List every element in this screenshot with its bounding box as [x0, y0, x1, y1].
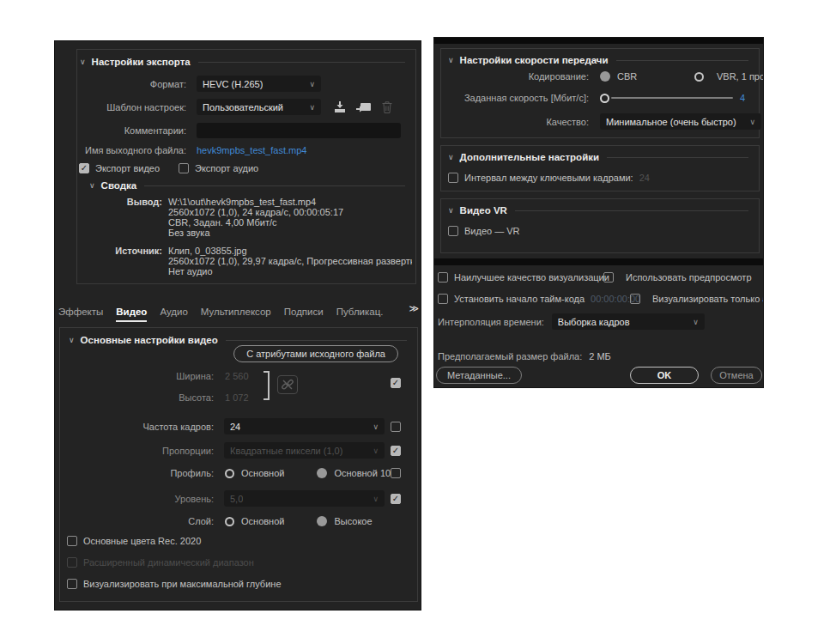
chevron-down-icon: ∨: [367, 495, 379, 503]
chevron-down-icon[interactable]: ∨: [448, 206, 454, 215]
tab-publish[interactable]: Публикац.: [336, 307, 384, 322]
encoding-label: Кодирование:: [441, 71, 589, 82]
summary-output-line: 2560x1072 (1,0), 24 кадра/с, 00:00:05:17: [168, 207, 343, 217]
comments-label: Комментарии:: [77, 125, 186, 136]
export-video-checkbox[interactable]: ✓: [79, 163, 89, 173]
quality-select[interactable]: Минимальное (очень быстро) ∨: [600, 113, 761, 130]
tab-audio[interactable]: Аудио: [160, 307, 187, 322]
max-depth-checkbox[interactable]: [67, 579, 77, 589]
export-audio-label: Экспорт аудио: [195, 163, 258, 173]
tab-video[interactable]: Видео: [116, 307, 147, 322]
check-icon: ✓: [392, 379, 399, 387]
tier-main-radio[interactable]: [225, 517, 234, 526]
level-checkbox[interactable]: ✓: [391, 494, 401, 504]
section-rule: [198, 62, 405, 63]
width-label: Ширина:: [60, 371, 214, 381]
max-depth-label: Визуализировать при максимальной глубине: [83, 579, 282, 589]
profile-main-radio[interactable]: [225, 469, 234, 478]
target-bitrate-slider[interactable]: [600, 94, 733, 103]
video-vr-checkbox[interactable]: [448, 226, 458, 236]
time-interpolation-select[interactable]: Выборка кадров ∨: [552, 313, 705, 330]
hdr-checkbox: [67, 557, 77, 568]
frame-rate-label: Частота кадров:: [60, 422, 214, 432]
preset-select[interactable]: Пользовательский ∨: [197, 99, 321, 115]
delete-preset-icon[interactable]: [382, 101, 392, 113]
level-select: 5,0 ∨: [224, 490, 385, 507]
set-start-timecode-checkbox[interactable]: [438, 294, 448, 304]
basic-video-settings-title: Основные настройки видео: [81, 335, 218, 345]
import-preset-icon[interactable]: [356, 101, 372, 112]
metadata-button[interactable]: Метаданные...: [436, 367, 522, 384]
aspect-checkbox[interactable]: ✓: [391, 446, 401, 456]
comments-input[interactable]: [197, 123, 401, 138]
profile-checkbox[interactable]: [391, 468, 401, 478]
export-settings-group: ∨ Настройки экспорта Формат: HEVC (H.265…: [76, 49, 416, 284]
chevron-down-icon[interactable]: ∨: [80, 58, 86, 66]
target-bitrate-label: Заданная скорость [Мбит/с]:: [441, 93, 589, 103]
summary-source-line: Нет аудио: [168, 266, 213, 276]
best-render-quality-label: Наилучшее качество визуализации: [454, 272, 609, 283]
slider-track[interactable]: [611, 97, 733, 99]
rec2020-checkbox[interactable]: [67, 536, 77, 546]
check-icon: ✓: [392, 447, 399, 455]
basic-video-settings-group: ∨ Основные настройки видео С атрибутами …: [59, 327, 418, 602]
summary-source-line: Клип, 0_03855.jpg: [168, 246, 247, 256]
export-audio-checkbox[interactable]: [179, 163, 189, 173]
dimensions-checkbox[interactable]: ✓: [391, 378, 401, 388]
keyframe-interval-checkbox[interactable]: [448, 173, 458, 183]
summary-source-label: Источник:: [77, 246, 162, 256]
frame-rate-select[interactable]: 24 ∨: [224, 418, 385, 434]
best-render-quality-checkbox[interactable]: [438, 272, 448, 283]
tab-overflow-icon[interactable]: ≫: [409, 303, 419, 314]
profile-main10-radio[interactable]: [317, 468, 327, 478]
save-preset-icon[interactable]: [333, 101, 347, 113]
chevron-down-icon[interactable]: ∨: [89, 181, 95, 190]
chevron-down-icon: ∨: [744, 118, 755, 126]
bitrate-settings-title: Настройки скорости передачи: [460, 55, 609, 65]
output-filename-link[interactable]: hevk9mpbs_test_fast.mp4: [197, 145, 306, 155]
preset-label: Шаблон настроек:: [77, 102, 186, 112]
use-previews-label: Использовать предпросмотр: [626, 272, 752, 283]
width-value: 2 560: [225, 371, 249, 381]
chevron-down-icon: ∨: [367, 447, 379, 455]
format-select[interactable]: HEVC (H.265) ∨: [197, 76, 321, 92]
cancel-button[interactable]: Отмена: [711, 367, 762, 384]
vr-settings-group: ∨ Видео VR Видео — VR: [440, 198, 760, 253]
summary-title: Сводка: [101, 180, 137, 191]
summary-output-line: CBR, Задан. 4,00 Мбит/с: [168, 217, 277, 228]
target-bitrate-value[interactable]: 4: [740, 93, 745, 103]
ok-button[interactable]: OK: [630, 367, 699, 384]
tier-high-label: Высокое: [334, 516, 372, 526]
format-value: HEVC (H.265): [203, 79, 263, 89]
chevron-down-icon[interactable]: ∨: [448, 153, 454, 161]
encoding-vbr-label: VBR, 1 проход: [717, 71, 764, 82]
tab-captions[interactable]: Подписи: [284, 307, 324, 322]
link-dimensions-icon[interactable]: [277, 375, 298, 394]
tier-high-radio[interactable]: [317, 516, 327, 526]
encoding-vbr-radio[interactable]: [694, 72, 704, 82]
hdr-label: Расширенный динамический диапазон: [83, 557, 254, 568]
chevron-down-icon: ∨: [367, 422, 379, 431]
keyframe-interval-label: Интервал между ключевыми кадрами:: [464, 173, 633, 183]
section-rule: [616, 60, 748, 61]
encoding-cbr-radio[interactable]: [600, 71, 610, 82]
bitrate-settings-group: ∨ Настройки скорости передачи Кодировани…: [440, 48, 760, 138]
footer-separator: [434, 258, 763, 265]
chevron-down-icon[interactable]: ∨: [448, 56, 454, 64]
tab-effects[interactable]: Эффекты: [58, 307, 103, 322]
frame-rate-checkbox[interactable]: [391, 422, 401, 432]
slider-handle[interactable]: [600, 94, 609, 103]
frame-rate-value: 24: [230, 422, 240, 432]
aspect-value: Квадратные пиксели (1,0): [230, 446, 342, 456]
summary-source-line: 2560x1072 (1,0), 29,97 кадра/с, Прогресс…: [168, 256, 412, 266]
export-settings-panel: ∨ Настройки экспорта Формат: HEVC (H.265…: [54, 40, 421, 611]
tab-multiplexer[interactable]: Мультиплексор: [201, 307, 271, 322]
alpha-only-checkbox[interactable]: [630, 294, 640, 304]
use-previews-checkbox[interactable]: [603, 272, 614, 283]
time-interpolation-label: Интерполяция времени:: [438, 317, 544, 327]
advanced-settings-title: Дополнительные настройки: [460, 152, 599, 162]
estimated-size-label: Предполагаемый размер файла:: [438, 351, 582, 361]
match-source-button[interactable]: С атрибутами исходного файла: [233, 345, 398, 362]
chevron-down-icon[interactable]: ∨: [69, 336, 75, 344]
quality-label: Качество:: [441, 117, 589, 127]
